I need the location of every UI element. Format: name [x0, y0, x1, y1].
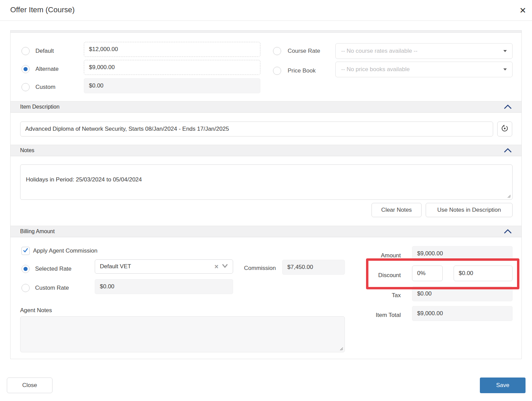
custom-rate-label: Custom: [35, 83, 56, 91]
chevron-down-icon: [503, 68, 507, 70]
collapse-chevron-up-icon[interactable]: [504, 229, 512, 234]
agent-notes-label: Agent Notes: [20, 306, 52, 315]
restore-icon: [501, 124, 509, 134]
restore-description-button[interactable]: [497, 122, 512, 137]
selected-rate-radio[interactable]: [21, 265, 30, 273]
dialog-title: Offer Item (Course): [10, 5, 75, 14]
notes-textarea[interactable]: Holidays in Period: 25/03/2024 to 05/04/…: [20, 164, 513, 200]
apply-agent-commission-label: Apply Agent Commission: [33, 247, 97, 255]
tax-label: Tax: [333, 292, 401, 299]
alternate-price-input[interactable]: [84, 60, 260, 75]
use-notes-in-description-button[interactable]: Use Notes in Description: [426, 203, 513, 217]
discount-amount-input[interactable]: [454, 266, 513, 281]
resize-handle[interactable]: [339, 346, 344, 351]
billing-amount-section-title: Billing Amount: [20, 228, 55, 235]
collapse-chevron-up-icon[interactable]: [504, 148, 512, 153]
clear-selection-icon[interactable]: ×: [214, 263, 218, 271]
collapse-chevron-up-icon[interactable]: [504, 104, 512, 110]
apply-agent-commission-checkbox[interactable]: [21, 247, 30, 255]
save-button[interactable]: Save: [480, 378, 526, 393]
alternate-rate-label: Alternate: [35, 65, 59, 73]
default-price-input[interactable]: [84, 42, 260, 57]
notes-section-header: Notes: [11, 145, 521, 156]
item-total-input: [412, 306, 513, 321]
checkmark-icon: [22, 247, 29, 255]
chevron-down-icon: [222, 263, 228, 270]
course-rate-dropdown[interactable]: -- No course rates available --: [335, 43, 513, 59]
clear-notes-button[interactable]: Clear Notes: [371, 203, 422, 217]
default-rate-label: Default: [35, 47, 54, 55]
dialog-header: Offer Item (Course) ✕: [0, 0, 532, 21]
custom-price-input: [84, 78, 260, 93]
item-description-section-title: Item Description: [20, 104, 60, 110]
default-rate-radio[interactable]: [21, 47, 30, 55]
resize-handle[interactable]: [506, 194, 511, 198]
price-book-label: Price Book: [288, 67, 316, 75]
item-description-input[interactable]: [20, 122, 493, 137]
close-button[interactable]: Close: [7, 378, 52, 393]
custom-commission-rate-label: Custom Rate: [35, 284, 69, 292]
course-rate-label: Course Rate: [288, 47, 320, 55]
discount-percent-input[interactable]: [412, 266, 443, 281]
course-rate-radio[interactable]: [273, 47, 281, 55]
agent-rate-dropdown[interactable]: Default VET ×: [95, 259, 233, 274]
offer-item-form-panel: Default Alternate Custom Course Rate -- …: [10, 30, 522, 359]
notes-section-title: Notes: [20, 147, 34, 154]
tax-input: [412, 286, 513, 301]
price-book-dropdown[interactable]: -- No price books available: [335, 62, 513, 77]
selected-rate-label: Selected Rate: [35, 265, 72, 273]
amount-input: [412, 246, 513, 261]
commission-label: Commission: [244, 264, 276, 272]
billing-amount-section-header: Billing Amount: [11, 226, 521, 237]
agent-rate-value: Default VET: [100, 263, 214, 270]
course-rate-placeholder: -- No course rates available --: [341, 48, 503, 54]
close-icon[interactable]: ✕: [515, 3, 530, 18]
price-book-radio[interactable]: [273, 67, 281, 75]
price-book-placeholder: -- No price books available: [341, 66, 503, 73]
amount-label: Amount: [333, 252, 401, 259]
chevron-down-icon: [503, 50, 507, 52]
custom-rate-radio[interactable]: [21, 83, 30, 91]
agent-notes-textarea[interactable]: [20, 316, 345, 352]
alternate-rate-radio[interactable]: [21, 65, 30, 73]
discount-label: Discount: [333, 272, 401, 279]
item-total-label: Item Total: [333, 311, 401, 319]
collapsed-section-edge: [11, 31, 521, 33]
custom-commission-rate-input: [95, 279, 233, 294]
item-description-section-header: Item Description: [11, 101, 521, 113]
custom-commission-rate-radio[interactable]: [21, 284, 30, 292]
